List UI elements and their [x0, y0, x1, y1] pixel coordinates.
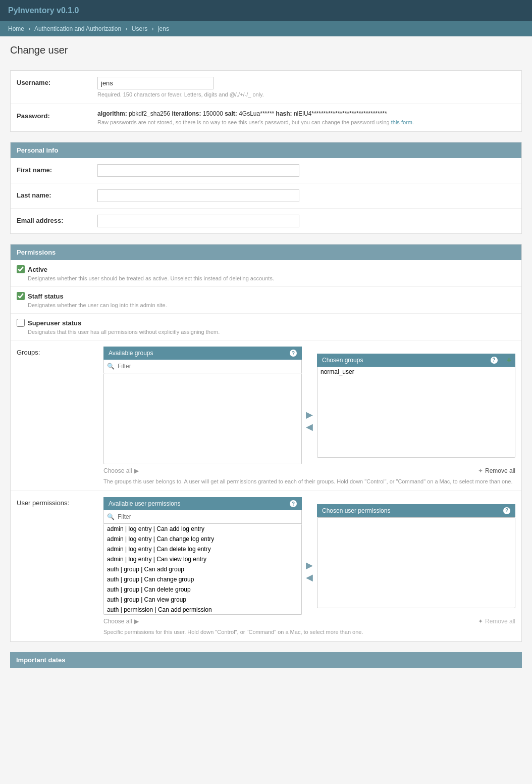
breadcrumb-current: jens — [158, 25, 169, 32]
chosen-user-perms-title: Chosen user permissions — [322, 507, 390, 514]
breadcrumb-auth[interactable]: Authentication and Authorization — [34, 25, 121, 32]
email-row: Email address: — [11, 209, 521, 233]
password-change-link[interactable]: this form — [391, 119, 412, 125]
perm-option[interactable]: auth | group | Can view group — [104, 595, 301, 605]
superuser-help: Designates that this user has all permis… — [28, 329, 515, 335]
user-perms-move-right-btn[interactable]: ▶ — [306, 561, 313, 570]
breadcrumb: Home › Authentication and Authorization … — [0, 21, 532, 36]
email-input[interactable] — [97, 215, 299, 227]
breadcrumb-sep-3: › — [152, 25, 154, 32]
active-checkbox-label[interactable]: Active — [17, 265, 515, 273]
available-user-perms-help-icon[interactable]: ? — [290, 500, 297, 507]
user-perms-choose-all-label: Choose all — [103, 618, 132, 625]
password-row: Password: algorithm: pbkdf2_sha256 itera… — [11, 104, 521, 131]
groups-choose-all-btn[interactable]: Choose all ▶ — [103, 467, 139, 474]
personal-info-header: Personal info — [11, 142, 521, 158]
available-groups-header: Available groups ? — [103, 347, 302, 360]
permissions-header: Permissions — [11, 244, 521, 260]
first-name-field — [97, 164, 515, 177]
perm-option[interactable]: auth | permission | Can add permission — [104, 605, 301, 615]
groups-panels: Available groups ? 🔍 ▶ ◀ — [103, 347, 515, 464]
user-perms-note: Specific permissions for this user. Hold… — [103, 629, 515, 635]
personal-info-section: Personal info First name: Last name: Ema… — [10, 142, 522, 234]
groups-move-left-btn[interactable]: ◀ — [306, 422, 313, 431]
chosen-group-option[interactable]: normal_user — [317, 367, 515, 377]
chosen-user-perms-panel: Chosen user permissions ? — [317, 504, 515, 608]
app-title: PyInventory v0.1.0 — [8, 6, 79, 15]
perm-option[interactable]: admin | log entry | Can view log entry — [104, 554, 301, 564]
user-perms-move-left-btn[interactable]: ◀ — [306, 573, 313, 582]
last-name-field — [97, 189, 515, 202]
user-perms-remove-icon: ✦ — [478, 618, 483, 625]
chosen-user-perms-select[interactable] — [317, 517, 515, 608]
active-label: Active — [28, 266, 47, 273]
staff-row: Staff status Designates whether the user… — [11, 287, 521, 314]
username-input[interactable] — [97, 77, 214, 89]
chosen-groups-select[interactable]: normal_user — [317, 367, 515, 458]
staff-checkbox-label[interactable]: Staff status — [17, 292, 515, 300]
important-dates-header: Important dates — [10, 652, 522, 668]
last-name-row: Last name: — [11, 183, 521, 209]
available-groups-panel: Available groups ? 🔍 — [103, 347, 302, 464]
chosen-user-perms-help-icon[interactable]: ? — [503, 507, 510, 514]
breadcrumb-users[interactable]: Users — [132, 25, 147, 32]
user-perms-arrow-actions: ▶ ◀ — [306, 530, 313, 582]
available-groups-title: Available groups — [109, 350, 153, 357]
password-raw-text: Raw passwords are not stored, so there i… — [97, 119, 515, 125]
permissions-section: Permissions Active Designates whether th… — [10, 244, 522, 642]
superuser-row: Superuser status Designates that this us… — [11, 314, 521, 340]
active-row: Active Designates whether this user shou… — [11, 260, 521, 287]
superuser-checkbox-label[interactable]: Superuser status — [17, 319, 515, 327]
username-field: Required. 150 characters or fewer. Lette… — [97, 77, 515, 97]
available-groups-select[interactable] — [103, 373, 302, 464]
email-field-wrapper — [97, 215, 515, 227]
groups-remove-icon: ✦ — [478, 467, 483, 474]
perm-option[interactable]: admin | log entry | Can add log entry — [104, 524, 301, 534]
user-perms-remove-all-btn[interactable]: ✦ Remove all — [478, 618, 515, 625]
groups-label: Groups: — [17, 347, 97, 356]
available-groups-help-icon[interactable]: ? — [290, 350, 297, 357]
perm-option[interactable]: auth | group | Can delete group — [104, 584, 301, 595]
first-name-input[interactable] — [97, 164, 299, 177]
email-label: Email address: — [17, 215, 97, 224]
add-group-btn[interactable]: + — [503, 354, 515, 367]
available-user-perms-panel: Available user permissions ? 🔍 admin | l… — [103, 497, 302, 615]
chosen-groups-help-icon[interactable]: ? — [491, 357, 498, 364]
breadcrumb-home[interactable]: Home — [8, 25, 24, 32]
staff-checkbox[interactable] — [17, 292, 25, 300]
password-raw-msg: Raw passwords are not stored, so there i… — [97, 119, 390, 125]
groups-remove-all-label: Remove all — [485, 467, 515, 474]
staff-label: Staff status — [28, 292, 64, 300]
groups-container: Available groups ? 🔍 ▶ ◀ — [103, 347, 515, 484]
password-info: algorithm: pbkdf2_sha256 iterations: 150… — [97, 110, 515, 117]
user-perms-filter-row: 🔍 — [103, 510, 302, 524]
breadcrumb-sep-1: › — [28, 25, 30, 32]
last-name-input[interactable] — [97, 189, 299, 202]
superuser-label: Superuser status — [28, 319, 81, 327]
first-name-label: First name: — [17, 164, 97, 174]
chosen-groups-header: Chosen groups ? — [317, 354, 503, 367]
groups-filter-input[interactable] — [117, 362, 298, 371]
perm-option[interactable]: auth | group | Can add group — [104, 564, 301, 574]
perm-option[interactable]: admin | log entry | Can delete log entry — [104, 544, 301, 554]
groups-remove-all-btn[interactable]: ✦ Remove all — [478, 467, 515, 474]
groups-search-icon: 🔍 — [107, 363, 115, 370]
user-perms-remove-all-label: Remove all — [485, 618, 515, 625]
available-user-perms-header: Available user permissions ? — [103, 497, 302, 510]
breadcrumb-sep-2: › — [126, 25, 128, 32]
perm-option[interactable]: auth | group | Can change group — [104, 574, 301, 584]
user-perms-filter-input[interactable] — [117, 512, 298, 521]
groups-note: The groups this user belongs to. A user … — [103, 478, 515, 484]
available-user-perms-title: Available user permissions — [109, 500, 181, 507]
active-checkbox[interactable] — [17, 265, 25, 273]
groups-move-right-btn[interactable]: ▶ — [306, 410, 313, 419]
perm-option[interactable]: admin | log entry | Can change log entry — [104, 534, 301, 544]
superuser-checkbox[interactable] — [17, 319, 25, 327]
password-label: Password: — [17, 110, 97, 120]
user-perms-choose-all-btn[interactable]: Choose all ▶ — [103, 618, 139, 625]
groups-row: Groups: Available groups ? 🔍 — [11, 340, 521, 491]
available-user-perms-select[interactable]: admin | log entry | Can add log entry ad… — [103, 524, 302, 615]
user-permissions-container: Available user permissions ? 🔍 admin | l… — [103, 497, 515, 635]
password-field: algorithm: pbkdf2_sha256 iterations: 150… — [97, 110, 515, 125]
username-help: Required. 150 characters or fewer. Lette… — [97, 91, 515, 97]
